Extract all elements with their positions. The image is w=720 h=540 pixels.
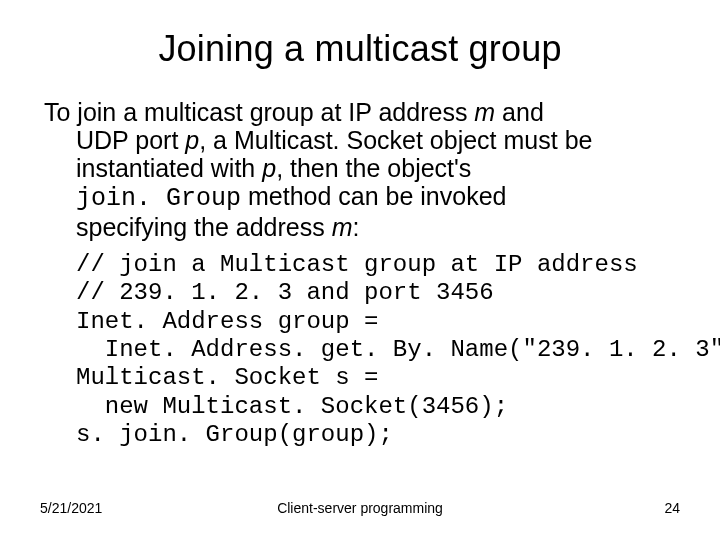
footer-title: Client-server programming (277, 500, 443, 516)
code-line: Multicast. Socket s = (76, 364, 378, 391)
para-text: UDP port (76, 126, 185, 154)
slide-body: To join a multicast group at IP address … (40, 98, 680, 449)
slide: Joining a multicast group To join a mult… (0, 0, 720, 540)
code-line: Inet. Address group = (76, 308, 378, 335)
inline-code: join. Group (76, 184, 241, 213)
slide-title: Joining a multicast group (40, 28, 680, 70)
slide-footer: 5/21/2021 Client-server programming 24 (0, 500, 720, 516)
footer-page-number: 24 (664, 500, 680, 516)
para-text: : (353, 213, 360, 241)
para-text: and (495, 98, 544, 126)
para-text: To join a multicast group at IP address (44, 98, 474, 126)
para-text: , then the object's (276, 154, 471, 182)
code-line: s. join. Group(group); (76, 421, 393, 448)
var-m: m (332, 213, 353, 241)
footer-date: 5/21/2021 (40, 500, 102, 516)
code-line: new Multicast. Socket(3456); (76, 393, 508, 420)
para-text: , a Multicast. Socket object must be (199, 126, 592, 154)
code-block: // join a Multicast group at IP address … (76, 251, 680, 449)
var-p: p (185, 126, 199, 154)
code-line: Inet. Address. get. By. Name("239. 1. 2.… (76, 336, 720, 363)
para-text: specifying the address (76, 213, 332, 241)
code-line: // join a Multicast group at IP address (76, 251, 638, 278)
var-p: p (262, 154, 276, 182)
code-line: // 239. 1. 2. 3 and port 3456 (76, 279, 494, 306)
para-text: instantiated with (76, 154, 262, 182)
body-paragraph: To join a multicast group at IP address … (44, 98, 680, 241)
para-text: method can be invoked (241, 182, 506, 210)
var-m: m (474, 98, 495, 126)
